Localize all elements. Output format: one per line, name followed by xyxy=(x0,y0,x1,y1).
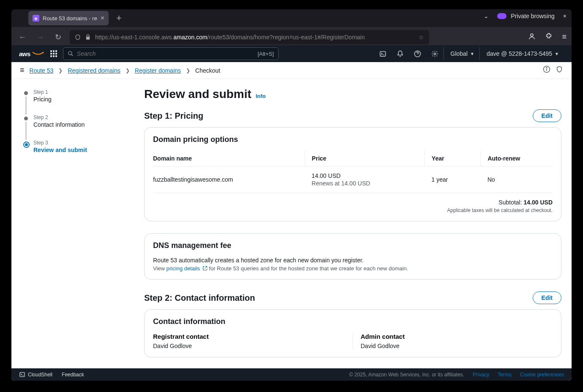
bookmark-star-icon[interactable]: ☆ xyxy=(419,34,424,41)
registrant-contact-col: Registrant contact David Godlove xyxy=(153,333,353,349)
registrant-contact-name: David Godlove xyxy=(153,343,345,349)
lock-icon xyxy=(85,34,91,40)
cell-autorenew: No xyxy=(481,166,553,193)
svg-point-0 xyxy=(531,34,533,36)
wizard-step-contact[interactable]: Step 2 Contact information xyxy=(22,114,126,128)
main-panel: Review and submit Info Step 1: Pricing E… xyxy=(134,79,572,368)
breadcrumb-current: Checkout xyxy=(195,67,220,74)
chevron-down-icon: ▼ xyxy=(470,52,474,56)
step1-heading: Step 1: Pricing xyxy=(144,111,203,121)
svg-rect-3 xyxy=(380,51,386,56)
help-icon[interactable] xyxy=(409,47,426,60)
app-menu-icon[interactable]: ≡ xyxy=(562,33,567,42)
registrant-contact-label: Registrant contact xyxy=(153,333,345,340)
cell-domain: fuzzballtestingisawesome.com xyxy=(153,166,305,193)
search-box[interactable]: [Alt+S] xyxy=(63,47,279,60)
admin-contact-col: Admin contact David Godlove xyxy=(353,333,553,349)
forward-button[interactable]: → xyxy=(34,33,46,42)
breadcrumb-bar: ≡ Route 53 ❯ Registered domains ❯ Regist… xyxy=(11,62,572,79)
aws-logo[interactable]: aws xyxy=(19,50,44,57)
reload-button[interactable]: ↻ xyxy=(52,33,64,42)
private-mask-icon xyxy=(497,13,506,19)
table-row: fuzzballtestingisawesome.com 14.00 USD R… xyxy=(153,166,553,193)
dns-sub-text: View pricing details for Route 53 querie… xyxy=(153,265,553,272)
cloudshell-header-icon[interactable] xyxy=(374,47,391,60)
contact-card: Contact information Registrant contact D… xyxy=(144,309,561,357)
wizard-step-review[interactable]: Step 3 Review and submit xyxy=(22,140,126,153)
private-browsing-label: Private browsing xyxy=(511,13,555,19)
tab-favicon: ◈ xyxy=(33,15,39,22)
tab-title: Route 53 domains - regist xyxy=(43,15,97,22)
svg-line-2 xyxy=(71,54,73,56)
private-area: ⌄ Private browsing × xyxy=(484,13,567,19)
search-icon xyxy=(68,51,74,57)
copyright-text: © 2025, Amazon Web Services, Inc. or its… xyxy=(349,372,464,378)
browser-chrome: ◈ Route 53 domains - regist × + ⌄ Privat… xyxy=(11,9,572,47)
nav-hamburger-icon[interactable]: ≡ xyxy=(20,66,25,75)
url-bar-row: ← → ↻ https://us-east-1.console.aws.amaz… xyxy=(11,27,572,47)
privacy-link[interactable]: Privacy xyxy=(473,372,489,378)
terminal-icon xyxy=(19,371,25,378)
svg-point-8 xyxy=(546,68,547,68)
svg-point-1 xyxy=(68,52,72,55)
pricing-card: Domain pricing options Domain name Price… xyxy=(144,127,561,221)
step2-heading: Step 2: Contact information xyxy=(144,293,255,303)
subtotal-row: Subtotal: 14.00 USD xyxy=(153,199,553,206)
chevron-right-icon: ❯ xyxy=(186,68,190,74)
feedback-link[interactable]: Feedback xyxy=(62,372,84,378)
breadcrumb-link[interactable]: Register domains xyxy=(135,67,181,74)
chevron-right-icon: ❯ xyxy=(126,68,130,74)
cell-year: 1 year xyxy=(425,166,481,193)
col-domain-name: Domain name xyxy=(153,151,305,166)
breadcrumb-link[interactable]: Registered domains xyxy=(68,67,120,74)
col-price: Price xyxy=(305,151,425,166)
new-tab-button[interactable]: + xyxy=(116,13,122,24)
tab-close-icon[interactable]: × xyxy=(101,15,104,22)
admin-contact-label: Admin contact xyxy=(361,333,553,340)
url-bar[interactable]: https://us-east-1.console.aws.amazon.com… xyxy=(70,30,429,44)
browser-tab[interactable]: ◈ Route 53 domains - regist × xyxy=(28,11,109,25)
aws-app: aws [Alt+S] Global ▼ xyxy=(11,45,572,381)
notifications-icon[interactable] xyxy=(391,47,409,60)
wizard-step-pricing[interactable]: Step 1 Pricing xyxy=(22,89,126,103)
dns-card: DNS management fee Route 53 automaticall… xyxy=(144,233,561,280)
page-title: Review and submit xyxy=(144,87,252,101)
pricing-table: Domain name Price Year Auto-renew fuzzba… xyxy=(153,151,553,193)
tax-note: Applicable taxes will be calculated at c… xyxy=(153,207,553,213)
account-icon[interactable] xyxy=(528,33,536,42)
col-year: Year xyxy=(425,151,481,166)
tabs-list-icon[interactable]: ⌄ xyxy=(484,13,489,19)
region-selector[interactable]: Global ▼ xyxy=(443,47,479,60)
info-link[interactable]: Info xyxy=(256,93,266,99)
user-menu[interactable]: dave @ 5228-1473-5495 ▼ xyxy=(479,47,564,60)
edit-pricing-button[interactable]: Edit xyxy=(533,109,561,122)
svg-rect-9 xyxy=(20,373,25,377)
info-circle-icon[interactable] xyxy=(543,65,550,75)
cookie-prefs-link[interactable]: Cookie preferences xyxy=(520,372,564,378)
services-grid-icon[interactable] xyxy=(50,50,57,57)
chevron-right-icon: ❯ xyxy=(58,68,63,74)
back-button[interactable]: ← xyxy=(16,33,28,42)
breadcrumb-link[interactable]: Route 53 xyxy=(30,67,54,74)
refresh-shield-icon[interactable] xyxy=(556,65,563,75)
window-close-icon[interactable]: × xyxy=(563,13,567,19)
pricing-card-title: Domain pricing options xyxy=(153,135,553,144)
edit-contact-button[interactable]: Edit xyxy=(533,291,561,304)
cloudshell-button[interactable]: CloudShell xyxy=(19,371,52,378)
contact-card-title: Contact information xyxy=(153,317,553,326)
chevron-down-icon: ▼ xyxy=(555,52,559,56)
url-text: https://us-east-1.console.aws.amazon.com… xyxy=(95,34,414,41)
dns-card-title: DNS management fee xyxy=(153,241,553,250)
search-input[interactable] xyxy=(77,50,254,57)
settings-icon[interactable] xyxy=(426,47,443,60)
footer-bar: CloudShell Feedback © 2025, Amazon Web S… xyxy=(11,368,572,381)
svg-point-5 xyxy=(434,53,435,54)
content-area: Step 1 Pricing Step 2 Contact informatio… xyxy=(11,79,572,368)
pricing-details-link[interactable]: pricing details xyxy=(167,265,208,272)
shield-icon xyxy=(75,34,81,40)
extensions-icon[interactable] xyxy=(545,33,553,42)
terms-link[interactable]: Terms xyxy=(498,372,512,378)
col-autorenew: Auto-renew xyxy=(481,151,553,166)
admin-contact-name: David Godlove xyxy=(361,343,553,349)
dns-body-text: Route 53 automatically creates a hosted … xyxy=(153,257,553,264)
